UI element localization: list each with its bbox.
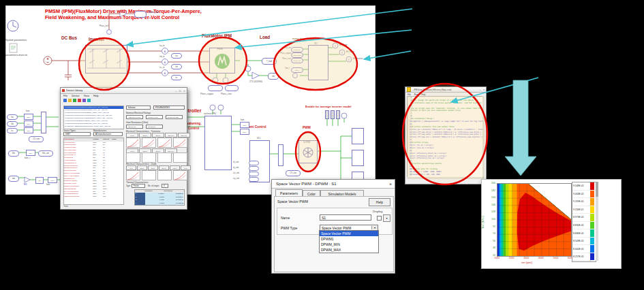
characteristic-thumbnail[interactable] xyxy=(126,152,140,163)
legend-swatch-icon xyxy=(590,245,594,253)
characteristic-thumbnail[interactable] xyxy=(173,170,187,180)
legend-row[interactable]: No result xyxy=(572,261,596,262)
toolbar-open-icon[interactable] xyxy=(68,99,72,102)
menu-item[interactable]: View xyxy=(84,95,89,97)
characteristic-thumbnail[interactable] xyxy=(157,152,172,163)
menu-item[interactable]: Device xyxy=(72,95,80,97)
device-browser-window[interactable]: Device Library – □ × FileDeviceViewHelp … xyxy=(60,87,187,210)
pwm-close-icon[interactable]: × xyxy=(386,182,395,187)
curve-button[interactable]: Eoff(Vce) xyxy=(178,133,190,138)
legend-row[interactable]: 8.400E-01 xyxy=(572,245,596,253)
efficiency-map-window[interactable]: Tem [N*m] 2001821641461281109274563820 xyxy=(481,179,622,269)
name-input[interactable]: S1 xyxy=(320,214,371,221)
legend-row[interactable]: 8.257E-01 xyxy=(572,253,596,261)
curve-button[interactable]: Eoff(Ic) xyxy=(152,133,164,138)
legend-row[interactable]: 8.543E-01 xyxy=(572,238,596,246)
name-more-button[interactable]: ▾ xyxy=(383,214,390,222)
legend-value: 8.257E-01 xyxy=(572,255,590,258)
script-titlebar[interactable]: ...\PM Drive (FluxMotor) Efficiency Maps… xyxy=(405,87,486,93)
legend-row[interactable]: 8.830E-01 xyxy=(572,222,596,230)
curve-button[interactable]: Eon(Ic) xyxy=(139,133,151,138)
gate-field[interactable]: RG,on 8.2 xyxy=(126,125,143,129)
script-editor-window[interactable]: ...\PM Drive (FluxMotor) Efficiency Maps… xyxy=(405,86,487,184)
characteristic-thumbnail[interactable] xyxy=(142,152,156,163)
legend-row[interactable]: 9.403E-01 xyxy=(572,191,596,199)
characteristic-thumbnail[interactable] xyxy=(142,138,156,148)
stages-spinner[interactable]: 4 xyxy=(162,184,168,188)
contour-plot[interactable] xyxy=(497,183,572,257)
toolbar-export-icon[interactable] xyxy=(87,99,91,102)
combo-arrow-icon[interactable]: ▾ xyxy=(371,226,378,229)
name-display-checkbox[interactable] xyxy=(377,216,382,221)
device-file-list[interactable]: C:\Thermal\Infineon\FS50R06W1E3_600V_50A… xyxy=(63,106,124,129)
script-file-icon xyxy=(407,87,411,92)
script-hscrollbar[interactable] xyxy=(407,177,482,179)
y-tick-label: 74 xyxy=(487,232,495,235)
characteristic-thumbnail[interactable] xyxy=(157,170,172,180)
help-button[interactable]: Help xyxy=(369,198,390,206)
pwm-dialog-titlebar[interactable]: Space Vector PWM - DPWM : S1 × xyxy=(272,180,395,189)
legend-value: 8.543E-01 xyxy=(572,240,590,242)
curve-button[interactable]: Err(If) xyxy=(137,165,147,170)
legend-scrollbar-thumb[interactable] xyxy=(596,182,598,197)
table-row[interactable]: 5SNG0150Q1703001700150 xyxy=(64,195,123,198)
menu-item[interactable]: File xyxy=(63,95,67,97)
pwm-type-option[interactable]: Space Vector PWM xyxy=(320,231,378,236)
gate-field[interactable]: RG,off 8.2 xyxy=(146,125,163,129)
manufacturer-select[interactable]: All manufacturers xyxy=(93,132,123,136)
pwm-type-dropdown[interactable]: Space Vector PWMDPWM1DPWM_MINDPWM_MAX xyxy=(319,230,379,253)
rating-field[interactable]: Tj,max [C] 175 xyxy=(166,115,183,119)
thermal-table[interactable]: #ResistanceCapacitance10.008643.021E-052… xyxy=(134,189,185,206)
legend-row[interactable]: 9.259E-01 xyxy=(572,198,596,206)
part-number-field[interactable]: FS50R06W1E3 xyxy=(153,106,185,110)
legend-row[interactable]: 8.973E-01 xyxy=(572,214,596,222)
characteristic-thumbnail[interactable] xyxy=(157,138,172,148)
toolbar-new-icon[interactable] xyxy=(63,99,67,102)
characteristic-thumbnail[interactable] xyxy=(142,170,156,180)
file-list-item[interactable]: C:\Thermal\ABB\5SNG0150Q170300_1700V_150… xyxy=(64,125,123,128)
legend-value: 8.686E-01 xyxy=(572,232,590,235)
device-browser-titlebar[interactable]: Device Library – □ × xyxy=(61,88,187,94)
script-body[interactable]: 12% To change the speed and torque of a … xyxy=(407,96,484,178)
parts-table[interactable]: Part NumberVoltageCurrentCond. FF300R12K… xyxy=(63,138,124,205)
y-tick-label: 164 xyxy=(487,196,495,199)
legend-row[interactable]: 9.548E-01 xyxy=(572,182,596,191)
device-browser-title: Device Library xyxy=(66,89,174,92)
gate-label: Gate Resistance [Ohm] xyxy=(126,121,148,124)
manufacturer-combo[interactable]: Infineon xyxy=(126,106,151,110)
rating-field[interactable]: IC,max [A] 50 xyxy=(146,115,163,119)
script-vscrollbar[interactable] xyxy=(482,96,485,177)
characteristic-thumbnail[interactable] xyxy=(173,152,187,163)
curve-button[interactable]: Vf(If) xyxy=(126,165,136,170)
legend-row[interactable]: 8.686E-01 xyxy=(572,229,596,238)
pwm-dialog[interactable]: Space Vector PWM - DPWM : S1 × Parameter… xyxy=(271,179,395,274)
thermal-row[interactable]: 40.46701.141E-02 xyxy=(135,202,184,206)
characteristic-thumbnail[interactable] xyxy=(126,138,140,148)
curve-button[interactable]: Irm(If) xyxy=(170,165,180,170)
device-type-select[interactable]: IGBT xyxy=(63,132,91,136)
toolbar-delete-icon[interactable] xyxy=(78,99,81,102)
close-icon[interactable]: × xyxy=(182,89,187,93)
pwm-type-option[interactable]: DPWM1 xyxy=(320,236,378,242)
legend-scrollbar[interactable] xyxy=(596,182,598,261)
thermal-type-select[interactable]: Foster xyxy=(132,184,145,188)
pwm-dialog-body: Space Vector PWM Help Display Name S1 ▾ … xyxy=(274,196,394,272)
legend-value: 9.548E-01 xyxy=(572,184,590,187)
characteristic-thumbnail[interactable] xyxy=(173,138,187,148)
toolbar-save-icon[interactable] xyxy=(73,99,76,102)
curve-button[interactable]: Err(Vr) xyxy=(159,165,169,170)
legend-box[interactable]: 9.548E-019.403E-019.259E-019.116E-018.97… xyxy=(572,182,596,262)
curve-button[interactable]: Eon(Vce) xyxy=(165,133,177,138)
legend-row[interactable]: 9.116E-01 xyxy=(572,206,596,214)
pwm-type-option[interactable]: DPWM_MIN xyxy=(320,242,378,247)
script-close-icon[interactable]: × xyxy=(482,88,486,91)
rating-field[interactable]: VCE,max [V] 600 xyxy=(126,115,143,119)
curve-button[interactable]: Vce(Ic) xyxy=(126,133,138,138)
toolbar-import-icon[interactable] xyxy=(82,99,86,102)
menu-item[interactable]: Help xyxy=(93,95,99,97)
curve-button[interactable]: trr(If) xyxy=(181,165,191,170)
curve-button[interactable]: Qrr(If) xyxy=(148,165,158,170)
characteristic-thumbnail[interactable] xyxy=(126,170,140,180)
line-code: arr_TorG_ID = Array() xyxy=(412,147,434,150)
pwm-type-option[interactable]: DPWM_MAX xyxy=(320,247,378,253)
